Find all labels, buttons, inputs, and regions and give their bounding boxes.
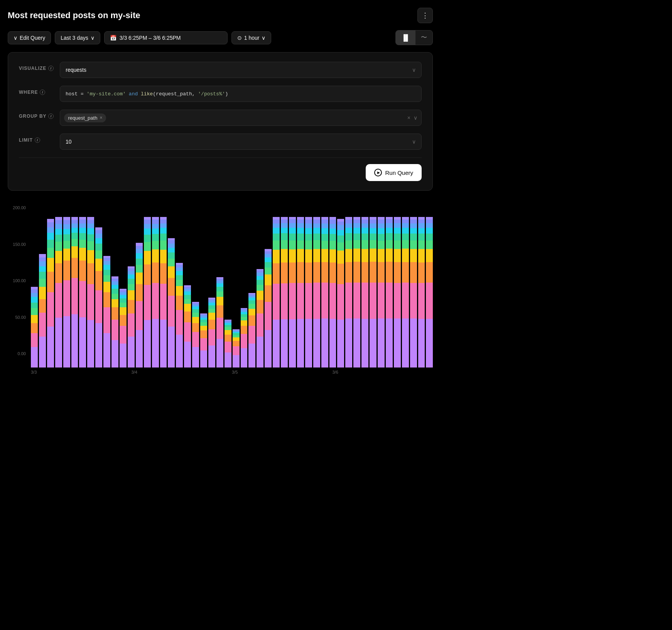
bar-segment bbox=[192, 347, 199, 368]
bar-segment bbox=[313, 262, 320, 283]
bar-segment bbox=[184, 295, 191, 299]
bar-segment bbox=[337, 251, 344, 264]
bar-segment bbox=[39, 272, 46, 279]
group-by-chevron[interactable]: ∨ bbox=[414, 115, 417, 121]
clear-icon[interactable]: × bbox=[407, 115, 410, 121]
bar-segment bbox=[216, 305, 223, 318]
x-label: 3/3 bbox=[31, 370, 132, 374]
bar-segment bbox=[87, 263, 94, 284]
where-info-icon[interactable]: i bbox=[40, 90, 45, 95]
run-query-button[interactable]: ▶ Run Query bbox=[366, 164, 422, 181]
bar-segment bbox=[47, 272, 54, 292]
group-by-tag-label: request_path bbox=[68, 115, 97, 121]
bar-segment bbox=[184, 291, 191, 295]
bar-segment bbox=[152, 262, 159, 283]
limit-info-icon[interactable]: i bbox=[35, 137, 40, 143]
bar-segment bbox=[273, 263, 280, 284]
bar-segment bbox=[111, 320, 118, 340]
bar-segment bbox=[418, 240, 425, 249]
edit-query-button[interactable]: ∨ Edit Query bbox=[8, 31, 51, 44]
bar-segment bbox=[47, 222, 54, 227]
bar-segment bbox=[329, 224, 336, 229]
x-axis: 3/33/43/53/6 bbox=[8, 370, 433, 374]
bar-segment bbox=[386, 233, 393, 240]
bar-segment bbox=[168, 266, 175, 278]
bar-segment bbox=[128, 290, 135, 300]
bar-stack bbox=[192, 302, 199, 368]
group-by-field[interactable]: request_path × × ∨ bbox=[60, 110, 422, 126]
bar-stack bbox=[321, 217, 328, 368]
date-range-display[interactable]: 📅 3/3 6:25PM – 3/6 6:25PM bbox=[104, 31, 228, 44]
bar-segment bbox=[79, 233, 86, 239]
bar-segment bbox=[55, 283, 62, 318]
bar-stack bbox=[103, 256, 110, 368]
bar-segment bbox=[216, 297, 223, 305]
bar-segment bbox=[273, 320, 280, 368]
time-range-button[interactable]: Last 3 days ∨ bbox=[55, 31, 100, 44]
bar-segment bbox=[55, 229, 62, 235]
bar-segment bbox=[152, 224, 159, 229]
bars-wrapper bbox=[31, 217, 433, 368]
bar-segment bbox=[152, 319, 159, 368]
bar-segment bbox=[168, 296, 175, 327]
bar-segment bbox=[79, 281, 86, 317]
bar-segment bbox=[248, 298, 255, 300]
interval-button[interactable]: ⊙ 1 hour ∨ bbox=[231, 31, 272, 44]
run-query-label: Run Query bbox=[385, 169, 413, 176]
bar-segment bbox=[410, 220, 417, 224]
bar-segment bbox=[152, 283, 159, 319]
bar-segment bbox=[265, 330, 272, 368]
bar-segment bbox=[136, 246, 143, 249]
bar-segment bbox=[128, 337, 135, 368]
bar-segment bbox=[426, 234, 433, 240]
bar-segment bbox=[71, 314, 78, 368]
bar-segment bbox=[39, 299, 46, 313]
bar-segment bbox=[402, 217, 409, 220]
run-query-row: ▶ Run Query bbox=[19, 164, 422, 181]
bar-segment bbox=[402, 262, 409, 283]
bar-segment bbox=[345, 224, 352, 228]
bar-segment bbox=[216, 318, 223, 339]
bar-segment bbox=[257, 291, 263, 300]
bar-segment bbox=[63, 249, 70, 261]
bar-segment bbox=[95, 251, 102, 259]
more-menu-button[interactable]: ⋮ bbox=[417, 8, 433, 23]
bar-segment bbox=[378, 228, 385, 234]
interval-label: 1 hour bbox=[244, 35, 260, 41]
bar-segment bbox=[305, 234, 312, 241]
bar-segment bbox=[265, 285, 272, 302]
bar-stack bbox=[63, 217, 70, 368]
bar-segment bbox=[160, 224, 167, 228]
bar-segment bbox=[87, 320, 94, 368]
bar-segment bbox=[208, 309, 215, 313]
bar-segment bbox=[160, 250, 167, 263]
bar-segment bbox=[31, 315, 38, 323]
bar-stack bbox=[216, 277, 223, 368]
bar-segment bbox=[79, 228, 86, 233]
bar-segment bbox=[47, 227, 54, 233]
visualize-row: VISUALIZE i requests ∨ bbox=[19, 62, 422, 78]
group-by-tag-remove[interactable]: × bbox=[100, 115, 102, 120]
limit-field[interactable]: 10 ∨ bbox=[60, 134, 422, 150]
bar-segment bbox=[248, 300, 255, 304]
bar-segment bbox=[176, 310, 183, 335]
bar-segment bbox=[386, 318, 393, 368]
limit-value: 10 bbox=[66, 139, 72, 145]
bar-segment bbox=[297, 228, 304, 234]
bar-segment bbox=[168, 259, 175, 266]
line-chart-view-button[interactable]: 〜 bbox=[415, 30, 432, 45]
bar-segment bbox=[329, 249, 336, 262]
bar-chart-view-button[interactable]: ▐▌ bbox=[396, 30, 415, 45]
visualize-field[interactable]: requests ∨ bbox=[60, 62, 422, 78]
visualize-info-icon[interactable]: i bbox=[48, 66, 54, 71]
bar-segment bbox=[39, 337, 46, 368]
bar-segment bbox=[305, 249, 312, 262]
group-by-info-icon[interactable]: i bbox=[48, 113, 54, 119]
bar-segment bbox=[168, 327, 175, 368]
clock-icon: ⊙ bbox=[237, 35, 242, 41]
where-field[interactable]: host = 'my-site.com' and like(request_pa… bbox=[60, 86, 422, 102]
bar-segment bbox=[103, 282, 110, 292]
bar-segment bbox=[103, 265, 110, 269]
bar-segment bbox=[248, 344, 255, 368]
date-range-label: 3/3 6:25PM – 3/6 6:25PM bbox=[120, 35, 181, 41]
